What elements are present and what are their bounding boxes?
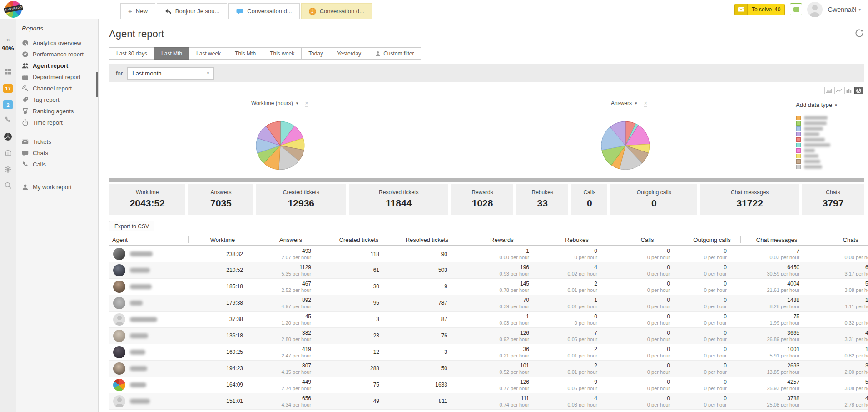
add-data-type-button[interactable]: Add data type ▾ [796, 101, 837, 108]
cell-value: 194:23 [188, 365, 243, 372]
value-cell: 366526.89 per hour [740, 327, 813, 344]
column-header-chats[interactable]: Chats [813, 235, 868, 246]
column-header-rewards[interactable]: Rewards [461, 235, 543, 246]
to-solve-button[interactable]: To solve 40 [734, 4, 785, 15]
column-header-created-tickets[interactable]: Created tickets [325, 235, 393, 246]
sidebar-item-tickets[interactable]: Tickets [16, 136, 98, 147]
table-row[interactable]: 136:183822.80 per hour23761260.92 per ho… [109, 327, 868, 344]
sidebar-item-department-report[interactable]: Department report [16, 71, 98, 83]
legend-item-purple[interactable] [796, 131, 830, 137]
organization-rail-icon[interactable] [0, 149, 16, 158]
column-header-outgoing-calls[interactable]: Outgoing calls [684, 235, 740, 246]
column-header-chat-messages[interactable]: Chat messages [740, 235, 813, 246]
cell-rate: 1.20 per hour [257, 320, 311, 326]
user-avatar[interactable] [807, 2, 823, 17]
sidebar-item-chats[interactable]: Chats [16, 147, 98, 159]
value-cell: 00 per hour [611, 246, 684, 262]
sidebar-item-channel-report[interactable]: Channel report [16, 83, 98, 94]
column-header-calls[interactable]: Calls [611, 235, 684, 246]
legend-item-blue[interactable] [796, 126, 830, 131]
sidebar-item-analytics-overview[interactable]: Analytics overview [16, 37, 98, 49]
topbar-tab[interactable]: +New [120, 3, 155, 19]
sidebar-scrollbar[interactable] [96, 72, 98, 97]
expand-rail-icon[interactable]: » [0, 35, 16, 43]
table-row[interactable]: 238:324932.07 per hour1189010.00 per hou… [109, 246, 868, 262]
pie-chart-icon[interactable] [854, 87, 863, 94]
cell-rate: 0 per hour [543, 255, 597, 260]
filter-tab-this-week[interactable]: This week [263, 47, 302, 60]
filter-tab-this-mth[interactable]: This Mth [228, 47, 263, 60]
filter-tab-last-30-days[interactable]: Last 30 days [109, 47, 154, 60]
cell-value: 503 [393, 267, 447, 273]
column-header-rebukes[interactable]: Rebukes [543, 235, 611, 246]
legend-item-yellow[interactable] [796, 153, 830, 159]
sidebar-item-calls[interactable]: Calls [16, 159, 98, 170]
dashboard-grid-icon[interactable] [0, 68, 16, 76]
column-header-answers[interactable]: Answers [257, 235, 325, 246]
to-solve-label: To solve [752, 6, 772, 13]
zoom-level-label[interactable]: 90% [0, 45, 16, 52]
user-menu[interactable]: Gwennaël ▾ [828, 6, 861, 13]
topbar-tab[interactable]: Conversation d... [228, 3, 299, 19]
table-row[interactable]: 210:5211295.35 per hour615031960.93 per … [109, 262, 868, 278]
value-cell: 8924.97 per hour [257, 295, 325, 311]
legend-item-orange[interactable] [796, 115, 830, 121]
filter-tab-yesterday[interactable]: Yesterday [330, 47, 368, 60]
legend-item-magenta[interactable] [796, 148, 830, 153]
table-row[interactable]: 37:38451.20 per hour38710.03 per hour00 … [109, 311, 868, 327]
app-logo[interactable]: CONTRADO [5, 1, 22, 18]
chat-status-button[interactable] [790, 3, 802, 15]
sidebar-item-tag-report[interactable]: Tag report [16, 94, 98, 106]
sidebar-item-agent-report[interactable]: Agent report [16, 60, 98, 71]
table-row[interactable]: 169:254192.47 per hour123360.21 per hour… [109, 344, 868, 360]
cell-rate: 30.59 per hour [740, 271, 799, 276]
period-select[interactable]: Last month ▾ [127, 67, 214, 80]
cell-rate: 0.01 per hour [543, 353, 597, 358]
column-header-worktime[interactable]: Worktime [188, 235, 257, 246]
filter-tab-last-mth[interactable]: Last Mth [154, 47, 189, 60]
table-row[interactable]: 164:094492.74 per hour7516331260.77 per … [109, 377, 868, 393]
reports-rail-icon-active[interactable] [0, 132, 16, 143]
tickets-count-badge[interactable]: 17 [0, 84, 16, 93]
chats-count-badge[interactable]: 2 [0, 100, 16, 109]
caret-down-icon[interactable]: ▾ [635, 101, 637, 106]
stat-value: 31722 [700, 198, 799, 209]
sidebar-item-my-work-report[interactable]: My work report [16, 181, 98, 193]
table-row[interactable]: 185:184672.52 per hour3091450.78 per hou… [109, 278, 868, 295]
sidebar-item-ranking-agents[interactable]: Ranking agents [16, 106, 98, 117]
topbar-tab[interactable]: Bonjour Je sou... [157, 3, 228, 19]
column-header-resolved-tickets[interactable]: Resolved tickets [393, 235, 461, 246]
legend-item-brown[interactable] [796, 159, 830, 164]
legend-item-green[interactable] [796, 121, 830, 126]
filter-tab-today[interactable]: Today [302, 47, 330, 60]
sidebar-item-time-report[interactable]: Time report [16, 117, 98, 128]
table-row[interactable]: 151:016564.34 per hour498111110.74 per h… [109, 393, 868, 409]
legend-item-gray[interactable] [796, 164, 830, 170]
close-icon[interactable]: × [305, 100, 308, 107]
area-chart-icon[interactable] [824, 87, 833, 94]
topbar-tab[interactable]: 1Conversation d... [301, 3, 372, 19]
export-csv-button[interactable]: Export to CSV [109, 221, 154, 231]
cell-value: 151:01 [188, 398, 243, 404]
value-cell: 00 per hour [611, 360, 684, 377]
filter-tab-last-week[interactable]: Last week [189, 47, 228, 60]
column-header-agent[interactable]: Agent [109, 235, 188, 246]
line-chart-icon[interactable] [834, 87, 843, 94]
horizontal-scrollbar[interactable] [109, 178, 864, 182]
filter-tab-custom-filter[interactable]: Custom filter [368, 47, 421, 60]
value-cell: 136:18 [188, 327, 257, 344]
legend-item-cyan[interactable] [796, 142, 830, 148]
table-row[interactable]: 194:238074.15 per hour288501010.52 per h… [109, 360, 868, 377]
bar-chart-icon[interactable] [844, 87, 853, 94]
close-icon[interactable]: × [644, 100, 648, 107]
refresh-icon[interactable] [854, 28, 864, 40]
search-icon[interactable] [0, 182, 16, 191]
sidebar-item-performance-report[interactable]: Performance report [16, 49, 98, 60]
legend-item-red[interactable] [796, 137, 830, 142]
table-row[interactable]: 179:388924.97 per hour95787700.39 per ho… [109, 295, 868, 311]
legend-swatch-red [796, 137, 801, 142]
calls-rail-icon[interactable] [0, 116, 16, 126]
caret-down-icon[interactable]: ▾ [296, 101, 298, 106]
settings-gear-icon[interactable] [0, 166, 16, 175]
cell-rate: 0 per hour [611, 353, 670, 358]
